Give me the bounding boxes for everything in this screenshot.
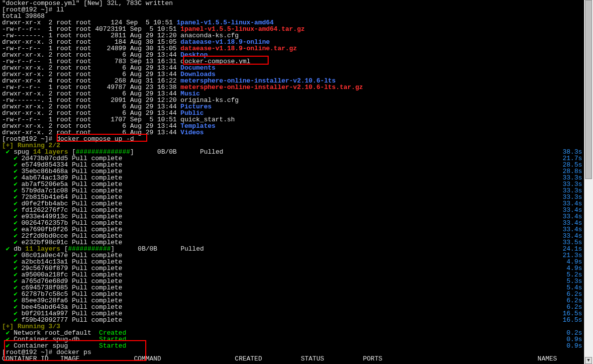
vim-status: "docker-compose.yml" [New] 32L, 783C wri… <box>2 0 582 6</box>
scroll-thumb[interactable] <box>585 0 592 179</box>
terminal[interactable]: "docker-compose.yml" [New] 32L, 783C wri… <box>0 0 584 364</box>
scrollbar[interactable]: ▲ ▼ <box>584 0 593 364</box>
ps-header: CONTAINER ID IMAGE COMMAND CREATED STATU… <box>2 356 582 362</box>
prompt-compose: [root@192 ~]# docker compose up -d <box>2 136 582 142</box>
pull-layer: ✔ f59b42092777 Pull complete16.5s <box>2 317 582 323</box>
prompt-ll: [root@192 ~]# ll <box>2 6 582 13</box>
scroll-down-icon[interactable]: ▼ <box>585 357 592 364</box>
